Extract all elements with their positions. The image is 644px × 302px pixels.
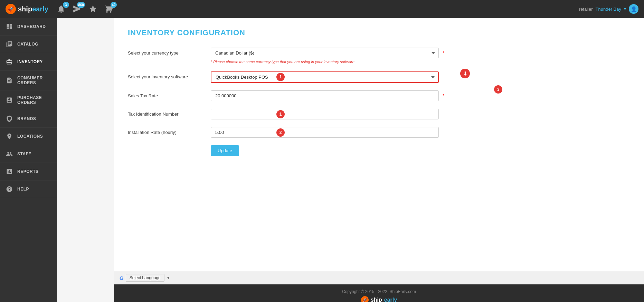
messages-badge: 860 — [77, 2, 85, 8]
notifications-icon[interactable]: 3 — [57, 4, 66, 13]
annotation-download-area: ⬇ — [460, 69, 470, 78]
sidebar-item-consumer-orders[interactable]: CONSUMER ORDERS — [0, 71, 57, 90]
currency-select[interactable]: Canadian Dollar ($) US Dollar ($) Euro (… — [211, 48, 439, 58]
consumer-orders-icon — [6, 77, 13, 84]
top-navigation: 🚀 shipearly 3 860 42 retailer Thunder Ba… — [0, 0, 644, 18]
footer: Copyright © 2015 - 2022, ShipEarly.com 🚀… — [114, 284, 644, 302]
staff-icon — [6, 150, 13, 158]
download-annotation-icon: ⬇ — [460, 69, 470, 78]
sidebar-item-purchase-orders[interactable]: PURCHASE ORDERS — [0, 90, 57, 110]
logo[interactable]: 🚀 shipearly — [6, 4, 48, 14]
help-icon — [6, 185, 13, 193]
sidebar-item-help[interactable]: HELP — [0, 181, 57, 198]
currency-control-wrap: Canadian Dollar ($) US Dollar ($) Euro (… — [211, 48, 439, 64]
sidebar-item-reports[interactable]: REPORTS — [0, 163, 57, 181]
dashboard-icon — [6, 23, 13, 30]
tax-rate-control-wrap: * — [211, 90, 439, 101]
sidebar-item-inventory[interactable]: INVENTORY — [0, 53, 57, 71]
software-select[interactable]: QuickBooks Desktop POS QuickBooks Online… — [211, 71, 439, 83]
tax-rate-row: Sales Tax Rate * — [128, 90, 439, 101]
inventory-icon — [6, 58, 13, 66]
logo-icon: 🚀 — [6, 4, 16, 14]
tax-id-label: Tax Identification Number — [128, 109, 204, 117]
install-rate-control-wrap — [211, 127, 439, 138]
footer-logo-icon: 🚀 — [361, 296, 369, 302]
copyright-text: Copyright © 2015 - 2022, ShipEarly.com — [119, 289, 639, 294]
user-avatar[interactable]: 👤 — [629, 4, 638, 14]
sidebar-item-staff[interactable]: STAFF — [0, 145, 57, 163]
tax-id-row: Tax Identification Number 1 — [128, 109, 439, 119]
nav-icon-group: 3 860 42 — [57, 4, 113, 13]
install-rate-row: Installation Rate (hourly) 2 — [128, 127, 439, 138]
messages-icon[interactable]: 860 — [73, 4, 82, 13]
locations-icon — [6, 133, 13, 140]
logo-text: shipearly — [18, 5, 48, 13]
select-language-button[interactable]: Select Language — [126, 274, 164, 282]
currency-hint: * Please choose the same currency type t… — [211, 60, 439, 64]
tax-rate-label: Sales Tax Rate — [128, 90, 204, 98]
update-row: Update — [128, 145, 439, 156]
footer-logo: 🚀 shipearly — [119, 296, 639, 302]
software-row: Select your inventory software QuickBook… — [128, 71, 439, 83]
page-title: INVENTORY CONFIGURATION — [128, 28, 630, 37]
sidebar: DASHBOARD CATALOG INVENTORY CONSUMER ORD… — [0, 18, 57, 302]
favorites-icon[interactable] — [88, 4, 97, 13]
catalog-icon — [6, 40, 13, 48]
notifications-badge: 3 — [63, 2, 69, 8]
topnav-right: retailer Thunder Bay ▾ 👤 — [579, 4, 638, 14]
sidebar-item-locations[interactable]: LOCATIONS — [0, 128, 57, 145]
install-rate-input[interactable] — [211, 127, 439, 138]
cart-icon[interactable]: 42 — [104, 4, 113, 13]
currency-required: * — [443, 50, 444, 56]
reports-icon — [6, 168, 13, 175]
tax-rate-input[interactable] — [211, 90, 439, 101]
main-content: INVENTORY CONFIGURATION Select your curr… — [114, 18, 644, 271]
purchase-orders-icon — [6, 96, 13, 104]
language-dropdown-arrow[interactable]: ▼ — [167, 276, 170, 280]
layout: DASHBOARD CATALOG INVENTORY CONSUMER ORD… — [0, 18, 644, 302]
software-control-wrap: QuickBooks Desktop POS QuickBooks Online… — [211, 71, 439, 83]
sidebar-item-dashboard[interactable]: DASHBOARD — [0, 18, 57, 36]
install-rate-label: Installation Rate (hourly) — [128, 127, 204, 135]
sidebar-item-brands[interactable]: BRANDS — [0, 110, 57, 128]
currency-row: Select your currency type Canadian Dolla… — [128, 48, 439, 64]
google-g: G — [120, 275, 124, 281]
brands-icon — [6, 115, 13, 123]
tax-rate-required: * — [443, 93, 444, 98]
currency-label: Select your currency type — [128, 48, 204, 56]
select-language-bar: G Select Language ▼ — [114, 271, 644, 284]
sidebar-item-catalog[interactable]: CATALOG — [0, 36, 57, 53]
update-button[interactable]: Update — [211, 145, 239, 156]
software-label: Select your inventory software — [128, 71, 204, 79]
inventory-config-form: Select your currency type Canadian Dolla… — [128, 48, 439, 156]
retailer-dropdown-arrow[interactable]: ▾ — [624, 7, 626, 11]
tax-id-input[interactable] — [211, 109, 439, 119]
tax-id-control-wrap — [211, 109, 439, 119]
cart-badge: 42 — [111, 2, 117, 8]
